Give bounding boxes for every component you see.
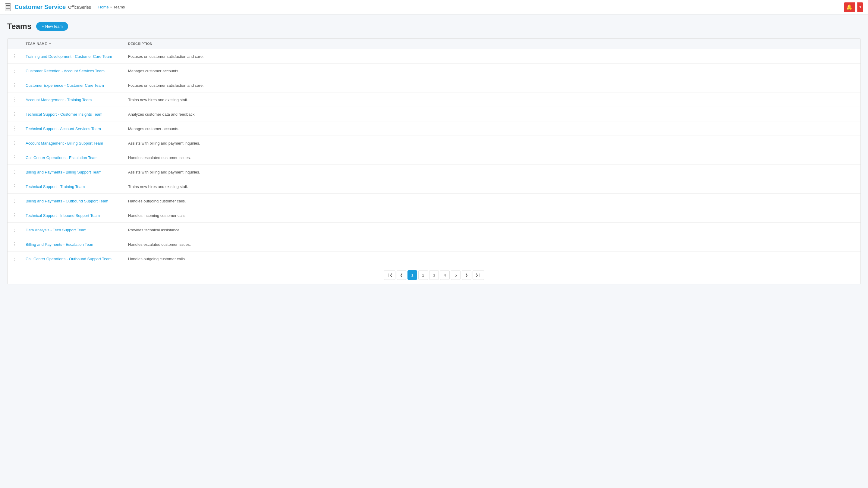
header-actions: 🔔 ▼ [844, 2, 863, 12]
page-title: Teams [7, 22, 31, 31]
filter-icon[interactable]: ▼ [48, 41, 52, 46]
team-name-link[interactable]: Account Management - Billing Support Tea… [26, 141, 103, 145]
team-description: Trains new hires and existing staff. [128, 98, 188, 102]
pagination-next-button[interactable]: ❯ [462, 270, 471, 280]
row-menu-button[interactable]: ⋮ [11, 183, 19, 190]
team-description: Manages customer accounts. [128, 69, 179, 73]
row-menu-button[interactable]: ⋮ [11, 82, 19, 89]
table-row: ⋮Training and Development - Customer Car… [7, 49, 861, 64]
main-content: Teams + New team TEAM NAME ▼ DESCRIPTION… [0, 14, 868, 292]
brand-name: Customer Service [14, 4, 66, 10]
table-row: ⋮Account Management - Billing Support Te… [7, 136, 861, 150]
row-menu-button[interactable]: ⋮ [11, 139, 19, 147]
table-row: ⋮Billing and Payments - Outbound Support… [7, 194, 861, 208]
teams-table-container: TEAM NAME ▼ DESCRIPTION ⋮Training and De… [7, 38, 861, 284]
pagination-page-5[interactable]: 5 [451, 270, 461, 280]
table-row: ⋮Technical Support - Customer Insights T… [7, 107, 861, 121]
team-name-link[interactable]: Call Center Operations - Outbound Suppor… [26, 257, 112, 261]
row-menu-button[interactable]: ⋮ [11, 154, 19, 161]
table-row: ⋮Call Center Operations - Outbound Suppo… [7, 252, 861, 266]
table-header-row: TEAM NAME ▼ DESCRIPTION [7, 38, 861, 49]
team-name-link[interactable]: Billing and Payments - Escalation Team [26, 242, 94, 247]
row-menu-button[interactable]: ⋮ [11, 197, 19, 204]
team-name-link[interactable]: Billing and Payments - Outbound Support … [26, 199, 108, 203]
table-row: ⋮Technical Support - Training TeamTrains… [7, 179, 861, 194]
pagination-page-3[interactable]: 3 [429, 270, 439, 280]
team-description: Focuses on customer satisfaction and car… [128, 83, 204, 88]
team-name-link[interactable]: Technical Support - Inbound Support Team [26, 213, 100, 218]
team-name-link[interactable]: Billing and Payments - Billing Support T… [26, 170, 101, 174]
row-menu-button[interactable]: ⋮ [11, 168, 19, 175]
breadcrumb: Home » Teams [98, 5, 125, 9]
table-row: ⋮Data Analysis - Tech Support TeamProvid… [7, 223, 861, 237]
team-description: Handles escalated customer issues. [128, 156, 191, 160]
brand-sub: OfficeSeries [68, 5, 91, 10]
table-row: ⋮Customer Experience - Customer Care Tea… [7, 78, 861, 93]
team-description: Assists with billing and payment inquiri… [128, 141, 200, 145]
row-menu-button[interactable]: ⋮ [11, 110, 19, 118]
row-menu-button[interactable]: ⋮ [11, 255, 19, 262]
team-name-link[interactable]: Customer Experience - Customer Care Team [26, 83, 104, 88]
notification-dropdown-button[interactable]: ▼ [857, 2, 863, 12]
row-menu-button[interactable]: ⋮ [11, 241, 19, 248]
team-name-link[interactable]: Call Center Operations - Escalation Team [26, 156, 98, 160]
team-description: Handles incoming customer calls. [128, 213, 187, 218]
th-description: DESCRIPTION [124, 38, 861, 49]
team-name-link[interactable]: Customer Retention - Account Services Te… [26, 69, 104, 73]
pagination: ❘❮ ❮ 1 2 3 4 5 ❯ ❯❘ [7, 266, 861, 284]
row-menu-button[interactable]: ⋮ [11, 67, 19, 74]
team-name-link[interactable]: Account Management - Training Team [26, 98, 92, 102]
page-header: Teams + New team [7, 22, 861, 31]
breadcrumb-home[interactable]: Home [98, 5, 109, 9]
row-menu-button[interactable]: ⋮ [11, 212, 19, 219]
row-menu-button[interactable]: ⋮ [11, 125, 19, 132]
pagination-page-4[interactable]: 4 [440, 270, 450, 280]
brand: Customer Service OfficeSeries [14, 4, 91, 10]
team-description: Assists with billing and payment inquiri… [128, 170, 200, 174]
th-menu [7, 38, 22, 49]
th-teamname: TEAM NAME ▼ [22, 38, 124, 49]
breadcrumb-current: Teams [113, 5, 125, 9]
table-row: ⋮Account Management - Training TeamTrain… [7, 93, 861, 107]
menu-icon[interactable]: ☰ [5, 3, 11, 11]
team-description: Handles outgoing customer calls. [128, 199, 186, 203]
table-row: ⋮Technical Support - Account Services Te… [7, 121, 861, 136]
row-menu-button[interactable]: ⋮ [11, 96, 19, 103]
table-row: ⋮Customer Retention - Account Services T… [7, 64, 861, 78]
th-teamname-label: TEAM NAME [26, 42, 47, 45]
teams-table: TEAM NAME ▼ DESCRIPTION ⋮Training and De… [7, 38, 861, 266]
team-description: Analyzes customer data and feedback. [128, 112, 195, 117]
breadcrumb-separator: » [110, 5, 112, 9]
team-description: Focuses on customer satisfaction and car… [128, 54, 204, 59]
app-header: ☰ Customer Service OfficeSeries Home » T… [0, 0, 868, 14]
notification-bell-button[interactable]: 🔔 [844, 2, 855, 12]
table-row: ⋮Technical Support - Inbound Support Tea… [7, 208, 861, 223]
table-row: ⋮Billing and Payments - Escalation TeamH… [7, 237, 861, 252]
pagination-last-button[interactable]: ❯❘ [472, 270, 484, 280]
team-name-link[interactable]: Technical Support - Customer Insights Te… [26, 112, 102, 117]
pagination-first-button[interactable]: ❘❮ [384, 270, 396, 280]
th-teamname-filter: TEAM NAME ▼ [26, 41, 52, 46]
new-team-button[interactable]: + New team [36, 22, 68, 31]
team-name-link[interactable]: Technical Support - Account Services Tea… [26, 127, 101, 131]
row-menu-button[interactable]: ⋮ [11, 53, 19, 60]
team-name-link[interactable]: Training and Development - Customer Care… [26, 54, 112, 59]
row-menu-button[interactable]: ⋮ [11, 226, 19, 233]
pagination-page-2[interactable]: 2 [418, 270, 428, 280]
team-name-link[interactable]: Data Analysis - Tech Support Team [26, 228, 87, 232]
pagination-prev-button[interactable]: ❮ [397, 270, 406, 280]
table-row: ⋮Call Center Operations - Escalation Tea… [7, 150, 861, 165]
team-name-link[interactable]: Technical Support - Training Team [26, 184, 85, 189]
team-description: Handles outgoing customer calls. [128, 257, 186, 261]
team-description: Manages customer accounts. [128, 127, 179, 131]
table-row: ⋮Billing and Payments - Billing Support … [7, 165, 861, 179]
team-description: Provides technical assistance. [128, 228, 181, 232]
team-description: Trains new hires and existing staff. [128, 184, 188, 189]
team-description: Handles escalated customer issues. [128, 242, 191, 247]
pagination-page-1[interactable]: 1 [407, 270, 417, 280]
